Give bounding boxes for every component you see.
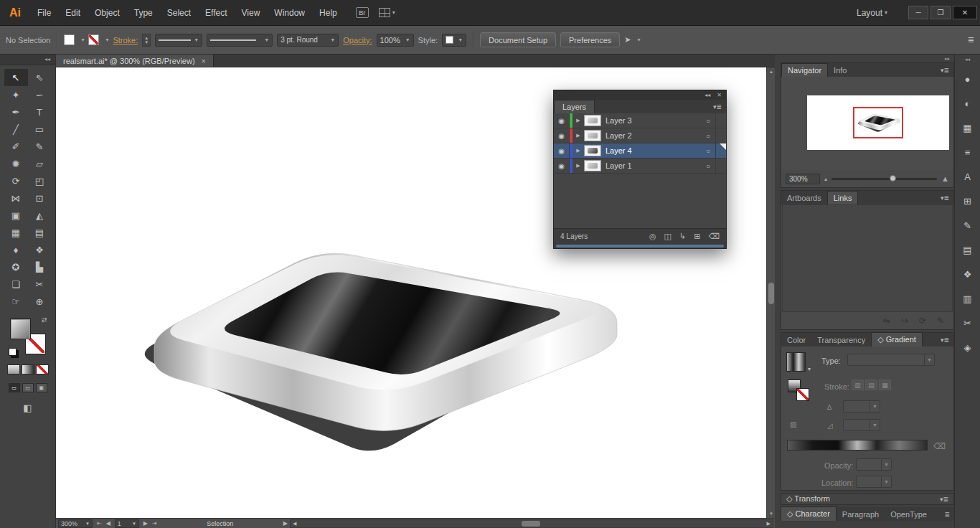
symbols-panel-icon[interactable]: ⊞ [958, 192, 977, 209]
stop-location-dropdown[interactable]: ▼ [856, 476, 892, 488]
bridge-icon[interactable]: Br [356, 7, 369, 18]
horizontal-scrollbar[interactable]: ◀ ▶ [290, 519, 773, 528]
delete-selection-icon[interactable]: ⌫ [708, 232, 720, 241]
layer-name[interactable]: Layer 2 [606, 131, 701, 140]
menu-edit[interactable]: Edit [58, 0, 88, 26]
gradient-type-dropdown[interactable]: ▼ [847, 354, 935, 366]
stroke-swatch[interactable] [88, 34, 99, 45]
character-styles-panel-icon[interactable]: A [958, 168, 977, 185]
scroll-right-icon[interactable]: ▶ [765, 521, 773, 527]
line-segment-tool[interactable]: ╱ [4, 121, 28, 138]
zoom-slider-thumb[interactable] [890, 175, 896, 182]
layer-thumbnail[interactable] [584, 130, 601, 141]
symbol-sprayer-tool[interactable]: ✪ [4, 258, 28, 275]
expand-panels-icon[interactable]: ◂◂ [955, 55, 980, 63]
fill-swatch[interactable] [64, 34, 75, 45]
brushes-panel-icon[interactable]: ≡ [958, 143, 977, 161]
column-graph-tool[interactable]: ▙ [28, 258, 52, 275]
type-tool[interactable]: T [28, 103, 52, 121]
style-dropdown[interactable]: ▼ [442, 34, 466, 47]
go-to-link-icon[interactable]: ↪ [901, 316, 908, 326]
links-list-area[interactable] [782, 204, 953, 312]
arrange-documents-icon[interactable] [379, 8, 390, 17]
chevron-down-icon[interactable]: ▾ [808, 366, 811, 372]
aspect-ratio-dropdown[interactable]: ▼ [843, 419, 880, 431]
gradient-panel-icon[interactable]: ▤ [958, 241, 977, 258]
fill-stroke-widget[interactable]: ⇄ [10, 319, 46, 354]
blob-brush-tool[interactable]: ✺ [4, 155, 28, 172]
panel-menu-icon[interactable]: ▾≣ [936, 334, 953, 346]
color-button[interactable] [7, 364, 20, 374]
layer-name[interactable]: Layer 1 [606, 161, 701, 170]
visibility-eye-icon[interactable]: ◉ [554, 113, 570, 128]
opacity-dropdown[interactable]: 100%▼ [377, 34, 414, 47]
brush-definition-dropdown[interactable]: ▼ [207, 34, 273, 47]
gradient-swatch[interactable] [786, 352, 806, 372]
gradient-angle-dropdown[interactable]: ▼ [843, 400, 880, 412]
artboard-number-dropdown[interactable]: 1 ▼ [115, 519, 139, 528]
none-button[interactable] [36, 364, 49, 374]
navigator-proxy-view-rect[interactable] [853, 107, 903, 138]
menu-effect[interactable]: Effect [198, 0, 234, 26]
chevron-down-icon[interactable]: ▾ [81, 37, 84, 43]
workspace-layout-dropdown[interactable]: Layout ▾ [857, 8, 887, 18]
shape-builder-tool[interactable]: ▣ [4, 207, 28, 224]
first-artboard-icon[interactable]: ⇤ [95, 520, 104, 527]
gradient-along-stroke-button[interactable]: ▤ [865, 380, 877, 390]
layer-thumbnail[interactable] [584, 160, 601, 171]
chevron-down-icon[interactable]: ▾ [392, 9, 395, 16]
artboard-tool[interactable]: ❏ [4, 275, 28, 293]
expand-dock-icon[interactable]: ▸▸ [781, 55, 954, 62]
swatches-panel-icon[interactable]: ▦ [958, 119, 977, 136]
tab-color[interactable]: Color [781, 334, 811, 346]
paintbrush-tool[interactable]: ✐ [4, 138, 28, 155]
window-close-button[interactable]: ✕ [953, 6, 977, 19]
update-link-icon[interactable]: ⟳ [919, 316, 926, 326]
mini-stroke-box[interactable] [796, 388, 809, 401]
target-circle-icon[interactable]: ○ [701, 117, 715, 125]
default-fill-stroke-icon[interactable] [9, 348, 17, 356]
eyedropper-tool[interactable]: ♦ [4, 241, 28, 258]
gradient-slider-bar[interactable] [787, 440, 928, 451]
layer-thumbnail[interactable] [584, 145, 601, 156]
panel-menu-icon[interactable]: ▾≣ [940, 496, 948, 503]
mini-fill-stroke-widget[interactable] [788, 380, 809, 401]
control-panel-menu-icon[interactable]: ≣ [968, 35, 974, 44]
appearance-panel-icon[interactable]: ✎ [958, 217, 977, 234]
tab-transparency[interactable]: Transparency [811, 334, 871, 346]
visibility-eye-icon[interactable]: ◉ [554, 159, 570, 173]
next-artboard-icon[interactable]: ▶ [141, 520, 150, 527]
draw-inside-button[interactable]: ▣ [36, 383, 47, 392]
disclosure-triangle-icon[interactable]: ▶ [573, 148, 584, 154]
graphic-styles-panel-icon[interactable]: ❖ [958, 265, 977, 283]
delete-stop-icon[interactable]: ⌫ [933, 441, 946, 451]
vertical-scrollbar[interactable]: ▲ ▼ [766, 67, 775, 518]
zoom-out-icon[interactable]: ▴ [824, 176, 827, 182]
menu-help[interactable]: Help [312, 0, 344, 26]
document-setup-button[interactable]: Document Setup [480, 32, 556, 47]
preferences-button[interactable]: Preferences [560, 32, 620, 47]
vertical-scroll-thumb[interactable] [768, 283, 774, 304]
menu-view[interactable]: View [235, 0, 268, 26]
tab-character[interactable]: ◇ Character [781, 506, 837, 521]
disclosure-triangle-icon[interactable]: ▶ [573, 163, 584, 169]
chevron-down-icon[interactable]: ▾ [105, 37, 108, 43]
close-panel-icon[interactable]: ✕ [717, 92, 722, 98]
disclosure-triangle-icon[interactable]: ▶ [573, 133, 584, 138]
lasso-tool[interactable]: ∽ [28, 86, 52, 103]
draw-behind-button[interactable]: ▭ [22, 383, 34, 392]
transform-panel-header[interactable]: ◇ Transform ▾≣ [781, 493, 954, 505]
stroke-weight-stepper[interactable]: ▲▼ [142, 34, 151, 47]
pencil-tool[interactable]: ✎ [28, 138, 52, 155]
rotate-tool[interactable]: ⟳ [4, 172, 28, 189]
opacity-link-label[interactable]: Opacity: [343, 36, 372, 44]
stop-opacity-dropdown[interactable]: ▼ [856, 458, 892, 471]
layer-thumbnail[interactable] [584, 115, 601, 126]
zoom-in-icon[interactable]: ▲ [941, 174, 949, 183]
target-circle-icon[interactable]: ○ [701, 162, 715, 170]
menu-type[interactable]: Type [127, 0, 160, 26]
panel-menu-icon[interactable]: ≣ [940, 508, 954, 521]
mesh-tool[interactable]: ▦ [4, 224, 28, 241]
width-tool[interactable]: ⋈ [4, 189, 28, 207]
hand-tool[interactable]: ☞ [4, 293, 28, 310]
